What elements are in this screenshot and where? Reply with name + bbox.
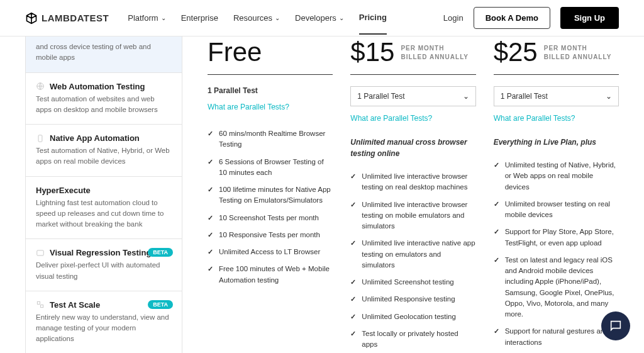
nav-pricing[interactable]: Pricing (359, 1, 387, 35)
chevron-down-icon: ⌄ (339, 14, 344, 21)
feature-item: Unlimited testing of Native, Hybrid, or … (494, 157, 619, 196)
what-parallel-link[interactable]: What are Parallel Tests? (350, 114, 475, 123)
globe-icon (36, 82, 45, 91)
feature-item: Unlimited Screenshot testing (350, 274, 475, 291)
sidebar-title: Web Automation Testing (50, 82, 145, 91)
login-link[interactable]: Login (443, 13, 464, 23)
sidebar-item-cross-browser[interactable]: and cross device testing of web and mobi… (26, 36, 182, 73)
price-sub: PER MONTHBILLED ANNUALLY (544, 39, 612, 62)
plan-price: Free (208, 39, 262, 65)
chevron-down-icon: ⌄ (463, 92, 469, 101)
divider (208, 74, 333, 75)
feature-list-free: 60 mins/month Realtime Browser Testing6 … (208, 125, 333, 289)
logo-text: LAMBDATEST (42, 13, 109, 23)
plan-free: Free 1 Parallel Test What are Parallel T… (208, 39, 333, 353)
parallel-test-label: 1 Parallel Test (208, 86, 333, 95)
nav-resources[interactable]: Resources⌄ (233, 2, 280, 34)
svg-rect-4 (41, 305, 43, 308)
sidebar-item-test-at-scale[interactable]: BETA Test At Scale Entirely new way to u… (26, 291, 182, 353)
main-header: LAMBDATEST Platform⌄ Enterprise Resource… (0, 0, 644, 36)
feature-item: Unlimited browser testing on real mobile… (494, 196, 619, 224)
feature-item: Support for Play Store, App Store, TestF… (494, 223, 619, 252)
mobile-icon (36, 134, 45, 143)
nav-menu: Platform⌄ Enterprise Resources⌄ Develope… (128, 1, 387, 35)
divider (350, 74, 475, 75)
feature-item: Test locally or privately hosted apps (350, 325, 475, 353)
sidebar-desc: Lightning fast test automation cloud to … (36, 198, 172, 230)
feature-list-15: Unlimited live interactive browser testi… (350, 168, 475, 353)
sign-up-button[interactable]: Sign Up (560, 7, 619, 29)
beta-badge: BETA (148, 248, 173, 257)
what-parallel-link[interactable]: What are Parallel Tests? (494, 114, 619, 123)
header-left: LAMBDATEST Platform⌄ Enterprise Resource… (25, 1, 387, 35)
sidebar-desc: and cross device testing of web and mobi… (36, 42, 172, 64)
feature-item: 10 Screenshot Tests per month (208, 210, 333, 227)
parallel-select[interactable]: 1 Parallel Test⌄ (350, 86, 475, 106)
svg-rect-3 (37, 302, 40, 305)
sidebar-title: Native App Automation (50, 133, 140, 143)
sidebar-title: Visual Regression Testing (50, 248, 151, 257)
sidebar-desc: Test automation of websites and web apps… (36, 94, 172, 116)
svg-rect-2 (37, 250, 44, 255)
chat-icon (609, 319, 623, 333)
plan-headline: Unlimited manual cross browser testing o… (350, 137, 475, 159)
feature-item: Unlimited Responsive testing (350, 291, 475, 308)
beta-badge: BETA (148, 300, 173, 309)
logo-icon (25, 12, 38, 25)
feature-item: Unlimited live interactive browser testi… (350, 196, 475, 235)
plan-price: $25 (494, 39, 538, 65)
feature-item: Test on latest and legacy real iOS and A… (494, 252, 619, 323)
what-parallel-link[interactable]: What are Parallel Tests? (208, 103, 333, 111)
sidebar-item-visual-regression[interactable]: BETA Visual Regression Testing Deliver p… (26, 239, 182, 291)
scale-icon (36, 300, 45, 309)
feature-item: Unlimited Access to LT Browser (208, 244, 333, 261)
feature-item: Free 100 minutes of Web + Mobile Automat… (208, 261, 333, 289)
svg-rect-1 (38, 135, 42, 142)
feature-item: 100 lifetime minutes for Native App Test… (208, 181, 333, 210)
sidebar-desc: Entirely new way to understand, view and… (36, 312, 172, 345)
feature-item: Unlimited live interactive native app te… (350, 235, 475, 274)
feature-item: 60 mins/month Realtime Browser Testing (208, 125, 333, 154)
logo[interactable]: LAMBDATEST (25, 12, 109, 25)
plan-25: $25 PER MONTHBILLED ANNUALLY 1 Parallel … (494, 39, 619, 353)
feature-list-25: Unlimited testing of Native, Hybrid, or … (494, 157, 619, 353)
sidebar-desc: Deliver pixel-perfect UI with automated … (36, 260, 172, 282)
chevron-down-icon: ⌄ (606, 92, 612, 101)
feature-item: 6 Sessions of Browser Testing of 10 minu… (208, 154, 333, 182)
feature-item: Unlimited live interactive browser testi… (350, 168, 475, 196)
nav-enterprise[interactable]: Enterprise (181, 2, 218, 34)
feature-item: Unlimited Geolocation testing (350, 308, 475, 325)
sidebar-item-hyperexecute[interactable]: HyperExecute Lightning fast test automat… (26, 177, 182, 240)
divider (494, 74, 619, 75)
parallel-select[interactable]: 1 Parallel Test⌄ (494, 86, 619, 106)
plan-15: $15 PER MONTHBILLED ANNUALLY 1 Parallel … (350, 39, 475, 353)
sidebar-desc: Test automation of Native, Hybrid, or We… (36, 145, 172, 167)
feature-item: Support for natural gestures and interac… (494, 323, 619, 351)
book-demo-button[interactable]: Book A Demo (474, 7, 550, 29)
sidebar-item-native-app[interactable]: Native App Automation Test automation of… (26, 125, 182, 177)
chevron-down-icon: ⌄ (161, 14, 166, 21)
chat-button[interactable] (601, 311, 630, 340)
plan-headline: Everything in Live Plan, plus (494, 137, 619, 148)
feature-item: 10 Responsive Tests per month (208, 227, 333, 244)
price-sub: PER MONTHBILLED ANNUALLY (401, 39, 469, 62)
sidebar-title: Test At Scale (50, 300, 100, 310)
main-container: and cross device testing of web and mobi… (0, 36, 644, 353)
nav-developers[interactable]: Developers⌄ (295, 2, 344, 34)
header-right: Login Book A Demo Sign Up (443, 7, 619, 29)
sidebar-title: HyperExecute (36, 186, 91, 195)
sidebar: and cross device testing of web and mobi… (25, 36, 182, 353)
plan-price: $15 (350, 39, 394, 65)
pricing-plans: Free 1 Parallel Test What are Parallel T… (208, 36, 619, 353)
nav-platform[interactable]: Platform⌄ (128, 2, 165, 34)
chevron-down-icon: ⌄ (275, 14, 280, 21)
sidebar-item-web-automation[interactable]: Web Automation Testing Test automation o… (26, 73, 182, 125)
image-icon (36, 249, 45, 257)
